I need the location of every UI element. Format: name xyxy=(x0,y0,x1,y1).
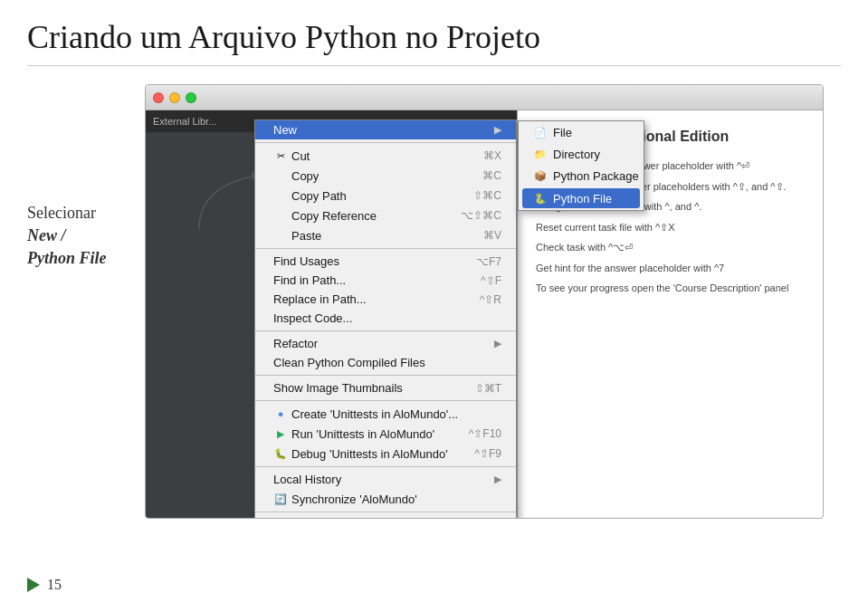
menu-item-new[interactable]: New ▶ 📄 File 📁 Directory xyxy=(255,120,516,139)
menu-item-cut[interactable]: ✂ Cut ⌘X xyxy=(255,146,516,166)
run-unittests-icon: ▶ xyxy=(273,426,288,441)
menu-item-paste-label: Paste xyxy=(291,229,465,243)
menu-item-inspect-code-label: Inspect Code... xyxy=(273,311,501,325)
ide-body: External Libr... yCharm Educational Edit… xyxy=(146,110,823,518)
menu-item-refactor-label: Refactor xyxy=(273,337,490,350)
menu-item-create-unittests[interactable]: ● Create 'Unittests in AloMundo'... xyxy=(255,404,516,424)
separator-5 xyxy=(255,400,516,401)
menu-item-replace-in-path[interactable]: Replace in Path... ^⇧R xyxy=(255,290,516,309)
menu-item-copy-reference-label: Copy Reference xyxy=(291,209,443,223)
menu-item-show-image-shortcut: ⇧⌘T xyxy=(475,382,501,395)
ide-window: External Libr... yCharm Educational Edit… xyxy=(145,84,824,519)
menu-item-paste-shortcut: ⌘V xyxy=(483,229,501,242)
menu-item-synchronize-label: Synchronize 'AloMundo' xyxy=(291,493,501,506)
context-menu: New ▶ 📄 File 📁 Directory xyxy=(254,120,517,519)
menu-item-cut-label: Cut xyxy=(291,149,465,163)
rp-line-5: Check task with ^⌥⏎ xyxy=(536,240,806,255)
menu-item-find-usages-label: Find Usages xyxy=(273,254,458,268)
menu-item-debug-unittests[interactable]: 🐛 Debug 'Unittests in AloMundo' ^⇧F9 xyxy=(255,444,516,464)
menu-item-copy-path[interactable]: Copy Path ⇧⌘C xyxy=(255,186,516,206)
synchronize-icon: 🔄 xyxy=(273,492,288,506)
bottom-bar: 15 xyxy=(27,577,62,593)
menu-item-copy-shortcut: ⌘C xyxy=(482,169,501,182)
menu-item-local-history-label: Local History xyxy=(273,473,490,486)
refactor-arrow: ▶ xyxy=(494,338,501,349)
file-icon: 📄 xyxy=(533,125,548,139)
menu-item-find-usages-shortcut: ⌥F7 xyxy=(476,255,501,268)
ide-toolbar xyxy=(146,85,823,110)
menu-item-find-usages[interactable]: Find Usages ⌥F7 xyxy=(255,252,516,271)
menu-item-new-label: New xyxy=(273,123,490,137)
menu-item-run-unittests-label: Run 'Unittests in AloMundo' xyxy=(291,427,451,441)
menu-item-show-image-label: Show Image Thumbnails xyxy=(273,381,457,395)
menu-item-refactor[interactable]: Refactor ▶ xyxy=(255,334,516,353)
menu-item-local-history[interactable]: Local History ▶ xyxy=(255,470,516,489)
menu-item-replace-in-path-shortcut: ^⇧R xyxy=(480,293,501,306)
menu-item-find-in-path-label: Find in Path... xyxy=(273,273,463,287)
menu-item-cut-shortcut: ⌘X xyxy=(483,149,501,162)
create-unittests-icon: ● xyxy=(273,406,288,421)
debug-unittests-icon: 🐛 xyxy=(273,446,288,461)
separator-7 xyxy=(255,512,516,512)
cut-icon: ✂ xyxy=(273,148,288,163)
menu-item-run-unittests-shortcut: ^⇧F10 xyxy=(469,427,501,440)
menu-item-reveal-finder-label: Reveal in Finder xyxy=(273,518,501,519)
python-package-icon: 📦 xyxy=(533,168,548,183)
menu-item-reveal-finder[interactable]: Reveal in Finder xyxy=(255,515,516,519)
menu-item-find-in-path[interactable]: Find in Path... ^⇧F xyxy=(255,271,516,290)
submenu-file[interactable]: 📄 File xyxy=(519,121,644,143)
content-area: Selecionar New / Python File External Li… xyxy=(0,84,868,555)
menu-item-new-arrow: ▶ xyxy=(494,124,501,136)
menu-item-show-image[interactable]: Show Image Thumbnails ⇧⌘T xyxy=(255,378,516,397)
separator-1 xyxy=(255,142,516,143)
menu-item-debug-unittests-label: Debug 'Unittests in AloMundo' xyxy=(291,447,456,461)
menu-item-debug-unittests-shortcut: ^⇧F9 xyxy=(474,447,501,460)
separator-3 xyxy=(255,330,516,331)
menu-item-run-unittests[interactable]: ▶ Run 'Unittests in AloMundo' ^⇧F10 xyxy=(255,424,516,444)
python-file-icon: 🐍 xyxy=(533,191,548,206)
menu-item-copy[interactable]: Copy ⌘C xyxy=(255,166,516,186)
screenshot-container: External Libr... yCharm Educational Edit… xyxy=(145,84,841,555)
menu-item-replace-in-path-label: Replace in Path... xyxy=(273,292,462,306)
submenu-directory-label: Directory xyxy=(553,148,600,161)
menu-item-find-in-path-shortcut: ^⇧F xyxy=(481,274,501,287)
slide-number: 15 xyxy=(47,577,62,593)
copy-path-icon xyxy=(273,188,288,203)
menu-item-paste[interactable]: Paste ⌘V xyxy=(255,225,516,245)
rp-line-4: Reset current task file with ^⇧X xyxy=(536,220,806,235)
local-history-arrow: ▶ xyxy=(494,473,501,485)
menu-item-create-unittests-label: Create 'Unittests in AloMundo'... xyxy=(291,407,501,421)
left-annotation: Selecionar New / Python File xyxy=(27,84,136,555)
separator-4 xyxy=(255,375,516,376)
context-menu-layer: New ▶ 📄 File 📁 Directory xyxy=(254,120,517,519)
menu-item-copy-label: Copy xyxy=(291,169,464,183)
submenu-python-file-label: Python File xyxy=(553,192,612,206)
separator-6 xyxy=(255,466,516,467)
menu-item-copy-reference-shortcut: ⌥⇧⌘C xyxy=(461,209,501,222)
menu-item-clean-compiled-label: Clean Python Compiled Files xyxy=(273,356,501,369)
menu-item-copy-path-label: Copy Path xyxy=(291,189,455,203)
menu-item-synchronize[interactable]: 🔄 Synchronize 'AloMundo' xyxy=(255,489,516,509)
submenu-python-file[interactable]: 🐍 Python File xyxy=(522,188,640,208)
separator-2 xyxy=(255,248,516,249)
paste-icon xyxy=(273,228,288,243)
close-button[interactable] xyxy=(153,92,164,103)
title-divider xyxy=(27,65,841,66)
submenu-python-package[interactable]: 📦 Python Package xyxy=(519,165,644,187)
submenu-python-package-label: Python Package xyxy=(553,169,639,183)
menu-item-copy-path-shortcut: ⇧⌘C xyxy=(473,189,501,202)
copy-icon xyxy=(273,168,288,183)
menu-item-clean-compiled[interactable]: Clean Python Compiled Files xyxy=(255,353,516,372)
annotation-text: Selecionar New / Python File xyxy=(27,202,136,271)
submenu-directory[interactable]: 📁 Directory xyxy=(519,143,644,165)
submenu-file-label: File xyxy=(553,126,572,139)
rp-line-6: Get hint for the answer placeholder with… xyxy=(536,261,806,276)
nav-arrow-icon[interactable] xyxy=(27,578,40,592)
maximize-button[interactable] xyxy=(186,92,196,103)
menu-item-inspect-code[interactable]: Inspect Code... xyxy=(255,309,516,328)
copy-reference-icon xyxy=(273,208,288,223)
minimize-button[interactable] xyxy=(169,92,180,103)
submenu-new: 📄 File 📁 Directory 📦 Python Package xyxy=(518,120,644,211)
page-title: Criando um Arquivo Python no Projeto xyxy=(0,0,868,65)
menu-item-copy-reference[interactable]: Copy Reference ⌥⇧⌘C xyxy=(255,206,516,225)
